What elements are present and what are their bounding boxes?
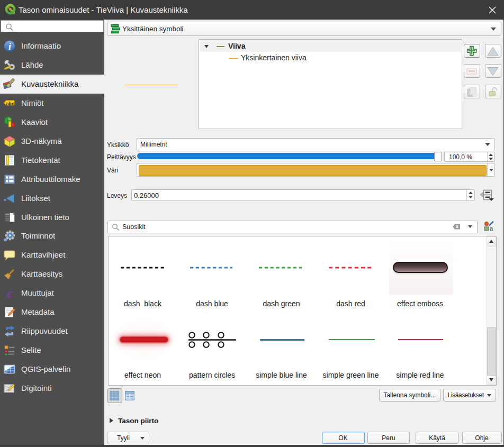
svg-text:ε: ε	[7, 287, 13, 299]
svg-text:abc: abc	[6, 101, 14, 106]
svg-text:i: i	[8, 41, 11, 52]
svg-text:a: a	[489, 225, 493, 231]
